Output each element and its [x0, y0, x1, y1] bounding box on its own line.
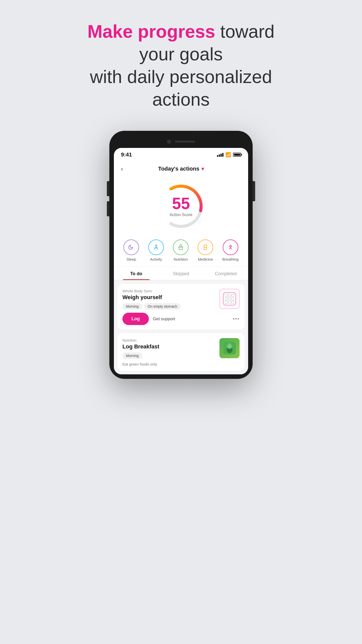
tag-morning: Morning — [122, 303, 142, 310]
get-support-button[interactable]: Get support — [153, 316, 175, 321]
sleep-label: Sleep — [126, 257, 136, 261]
tab-todo[interactable]: To do — [114, 267, 159, 280]
score-text: 55 Action Score — [170, 195, 193, 217]
card-actions: Log Get support ••• — [122, 313, 240, 325]
tab-skipped[interactable]: Skipped — [159, 267, 203, 280]
card-top: Whole Body Sync Weigh yourself Morning O… — [122, 289, 240, 310]
card-log-breakfast: Nutrition Log Breakfast Morning — [117, 333, 245, 371]
log-button[interactable]: Log — [122, 313, 149, 325]
medicine-circle — [198, 239, 213, 255]
svg-point-5 — [230, 245, 231, 247]
nutrition-circle — [173, 239, 189, 255]
score-section: 55 Action Score — [114, 176, 248, 235]
tab-completed[interactable]: Completed — [203, 267, 248, 280]
status-time: 9:41 — [121, 151, 132, 158]
signal-icon — [217, 153, 223, 157]
nav-title: Today's actions ▾ — [158, 166, 204, 172]
medicine-label: Medicine — [198, 257, 213, 261]
more-options-button[interactable]: ••• — [233, 316, 240, 322]
phone-screen: 9:41 📶 ‹ Today's actions — [114, 148, 248, 374]
card-top: Nutrition Log Breakfast Morning — [122, 338, 240, 359]
card-info: Nutrition Log Breakfast Morning — [122, 338, 216, 359]
nav-chevron-icon: ▾ — [201, 166, 204, 172]
phone-shell: 9:41 📶 ‹ Today's actions — [109, 131, 253, 379]
tag-empty-stomach: On empty stomach — [144, 303, 181, 310]
category-medicine[interactable]: Medicine — [198, 239, 213, 261]
card-info: Whole Body Sync Weigh yourself Morning O… — [122, 289, 216, 310]
scale-icon — [219, 289, 240, 309]
nav-title-text: Today's actions — [158, 166, 199, 172]
category-nutrition[interactable]: Nutrition — [173, 239, 189, 261]
tag-morning: Morning — [122, 352, 142, 359]
wifi-icon: 📶 — [225, 152, 231, 157]
svg-point-19 — [228, 345, 232, 348]
card-description: Eat green foods only — [122, 362, 240, 366]
status-bar: 9:41 📶 — [114, 148, 248, 160]
smoothie-image — [219, 338, 240, 358]
category-breathing[interactable]: Breathing — [222, 239, 239, 261]
card-weigh-yourself: Whole Body Sync Weigh yourself Morning O… — [117, 284, 245, 330]
back-button[interactable]: ‹ — [121, 165, 123, 173]
category-sleep[interactable]: Sleep — [123, 239, 139, 261]
svg-point-2 — [155, 245, 156, 246]
status-icons: 📶 — [217, 152, 241, 157]
sleep-circle — [123, 239, 139, 255]
category-activity[interactable]: Activity — [148, 239, 164, 261]
card-category: Whole Body Sync — [122, 289, 216, 293]
categories-row: Sleep Activity — [114, 235, 248, 267]
app-content: ‹ Today's actions ▾ — [114, 160, 248, 374]
phone-top-notch — [114, 135, 248, 148]
score-number: 55 — [170, 195, 193, 212]
breathing-label: Breathing — [222, 257, 239, 261]
breathing-circle — [223, 239, 238, 255]
score-circle-container: 55 Action Score — [156, 181, 206, 231]
score-label: Action Score — [170, 213, 193, 217]
card-category: Nutrition — [122, 338, 216, 342]
nav-header: ‹ Today's actions ▾ — [114, 160, 248, 176]
card-title: Log Breakfast — [122, 343, 216, 350]
card-tags: Morning On empty stomach — [122, 303, 216, 310]
tabs-row: To do Skipped Completed — [114, 267, 248, 280]
activity-circle — [148, 239, 164, 255]
card-title: Weigh yourself — [122, 294, 216, 301]
battery-icon — [233, 153, 241, 157]
cards-area: Whole Body Sync Weigh yourself Morning O… — [114, 280, 248, 374]
headline: Make progress toward your goals with dai… — [68, 20, 294, 111]
headline-highlight: Make progress — [87, 21, 215, 42]
card-tags: Morning — [122, 352, 216, 359]
activity-label: Activity — [150, 257, 162, 261]
scale-svg — [222, 291, 237, 306]
nutrition-label: Nutrition — [174, 257, 188, 261]
headline-rest2: with daily personalized actions — [90, 67, 272, 109]
